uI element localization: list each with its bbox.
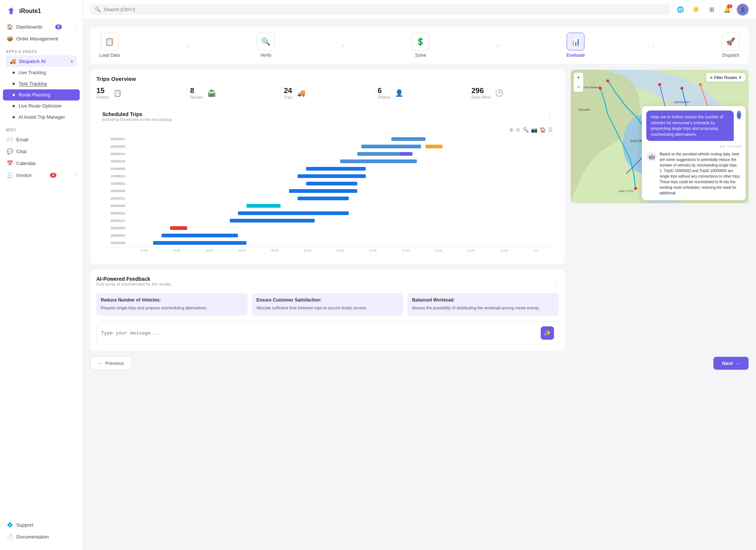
gantt-row: 10000015: [102, 158, 553, 165]
user-avatar: 👤: [737, 111, 741, 119]
avatar[interactable]: 👤: [737, 4, 749, 16]
sidebar-item-route-planning[interactable]: Route Planning: [3, 89, 80, 101]
workflow-step-evaluate[interactable]: 📊 Evaluate: [567, 33, 585, 58]
gantt-time-label: 07:00: [127, 249, 160, 252]
previous-button[interactable]: ← Previous: [90, 356, 132, 370]
sidebar-item-invoice[interactable]: 🧾 Invoice 4 ›: [3, 169, 80, 181]
zoom-out-icon[interactable]: ⊖: [516, 127, 520, 133]
sidebar-item-documentation[interactable]: 📄 Documentation: [3, 531, 80, 543]
logo[interactable]: iRoute1: [0, 0, 83, 21]
gantt-label: 10000002: [102, 145, 127, 148]
chevron-down-icon: ∨: [739, 75, 742, 80]
sidebar-item-calendar[interactable]: 📅 Calendar: [3, 157, 80, 169]
search-chart-icon[interactable]: 🔍: [523, 127, 529, 133]
brightness-icon[interactable]: ☀️: [690, 4, 702, 16]
more-options-icon[interactable]: ⋮: [546, 114, 553, 122]
sidebar-item-support[interactable]: 💠 Support: [3, 519, 80, 531]
svg-point-7: [680, 87, 683, 90]
divider: [187, 86, 187, 99]
zoom-in-icon[interactable]: ⊕: [509, 127, 514, 133]
workflow-step-load-data[interactable]: 📋 Load Data: [99, 33, 120, 58]
next-button[interactable]: Next →: [713, 357, 749, 370]
stat-drive-mins: 296 Drive Mins 🕐: [471, 86, 559, 99]
dispatch-icon: 🚀: [722, 33, 740, 50]
gantt-row: 10000007: [102, 136, 553, 142]
dot-icon: [13, 83, 15, 85]
gantt-label: 10000011: [102, 197, 127, 200]
arrow-icon: ›: [188, 42, 189, 48]
app-name: iRoute1: [19, 8, 41, 14]
send-button[interactable]: ✨: [541, 326, 554, 340]
stat-routes: 8 Routes 🛣️: [190, 86, 278, 99]
gantt-bar: [425, 145, 442, 148]
gantt-label: 10000015: [102, 159, 127, 163]
gantt-bar: [340, 159, 417, 163]
apps-section: APPS & PAGES 🚚 Dispatch AI ∨ Live Tracki…: [0, 46, 83, 123]
gantt-bars: [127, 218, 553, 223]
gantt-label: 10000001: [102, 182, 127, 185]
logo-icon: [6, 6, 16, 16]
sidebar-item-chat[interactable]: 💬 Chat: [3, 145, 80, 157]
sidebar-item-task-tracking[interactable]: Task Tracking: [3, 78, 80, 89]
misc-section: MISC ✉️ Email 💬 Chat 📅 Calendar 🧾 Invoic…: [0, 124, 83, 181]
gantt-time-label: 12:30: [487, 249, 520, 252]
sidebar-item-dashboards[interactable]: 🏠 Dashboards 5 ›: [3, 21, 80, 33]
drive-mins-icon: 🕐: [495, 89, 503, 97]
chat-overlay: Help me to further reduce the number of …: [642, 106, 746, 200]
message-input-area[interactable]: ✨: [96, 322, 559, 345]
arrow-left-icon: ←: [98, 360, 103, 366]
stat-trips: 24 Trips 🚚: [284, 86, 371, 99]
dot-icon: [13, 105, 15, 107]
gantt-time-label: 08:00: [193, 249, 226, 252]
grid-icon[interactable]: ⊞: [706, 4, 717, 16]
arrow-right-icon: →: [735, 360, 740, 366]
support-icon: 💠: [7, 522, 13, 528]
trips-stats: 15 Orders 📋 8 Routes 🛣️: [96, 86, 559, 99]
sidebar-item-live-route-optimizer[interactable]: Live Route Optimizer: [3, 101, 80, 112]
search-input[interactable]: [104, 7, 666, 12]
sidebar-item-order-management[interactable]: 📦 Order Management: [3, 33, 80, 45]
workflow-step-solve[interactable]: 💲 Solve: [412, 33, 430, 58]
right-panel: OAKLAND SAN FRANCISCO ALAMEDA Sausalito …: [571, 70, 749, 350]
gantt-bar: [170, 226, 187, 230]
documentation-icon: 📄: [7, 534, 13, 540]
list-icon[interactable]: ☰: [548, 127, 553, 133]
home-chart-icon[interactable]: 🏠: [540, 127, 546, 133]
sidebar-item-live-tracking[interactable]: Live Tracking: [3, 67, 80, 78]
workflow-step-dispatch[interactable]: 🚀 Dispatch: [722, 33, 740, 58]
sidebar-item-email[interactable]: ✉️ Email: [3, 134, 80, 145]
gantt-bars: [127, 144, 553, 149]
divider: [468, 86, 468, 99]
chart-toolbar: ⊕ ⊖ 🔍 📷 🏠 ☰: [102, 127, 553, 133]
svg-text:BERKELEY: BERKELEY: [674, 101, 690, 104]
zoom-out-button[interactable]: −: [574, 82, 583, 92]
svg-text:DALY CITY: DALY CITY: [619, 190, 634, 193]
camera-icon[interactable]: 📷: [531, 127, 537, 133]
dot-icon: [13, 72, 15, 74]
gantt-time-label: 10:00: [324, 249, 357, 252]
search-box[interactable]: 🔍: [90, 4, 670, 15]
stat-orders: 15 Orders 📋: [96, 86, 184, 99]
sidebar-item-ai-assist[interactable]: AI Assist Trip Manager: [3, 112, 80, 123]
dot-icon: [13, 116, 15, 118]
arrow-icon: ›: [342, 42, 344, 48]
notifications-icon[interactable]: 🔔 8: [721, 4, 733, 16]
gantt-row: 10000014: [102, 151, 553, 157]
zoom-in-button[interactable]: +: [574, 73, 583, 82]
bot-message: Based on the provided vehicle routing da…: [660, 151, 741, 196]
more-options-icon[interactable]: ⋮: [552, 280, 559, 288]
gantt-bars: [127, 233, 553, 238]
gantt-label: 10000010: [102, 211, 127, 215]
message-input[interactable]: [101, 330, 537, 336]
workflow-step-verify[interactable]: 🔍 Verify: [257, 33, 275, 58]
dispatch-ai-header[interactable]: 🚚 Dispatch AI ∨: [6, 55, 77, 67]
gantt-bar: [357, 152, 400, 156]
filter-routes-button[interactable]: ≡ Filter Routes ∨: [706, 73, 746, 82]
gantt-time-label: 09:30: [291, 249, 324, 252]
arrow-icon: ›: [653, 42, 654, 48]
gantt-bar: [391, 137, 425, 141]
translate-icon[interactable]: 🌐: [674, 4, 686, 16]
trips-icon: 🚚: [297, 89, 305, 97]
invoice-icon: 🧾: [7, 172, 13, 178]
gantt-bar: [306, 167, 366, 171]
